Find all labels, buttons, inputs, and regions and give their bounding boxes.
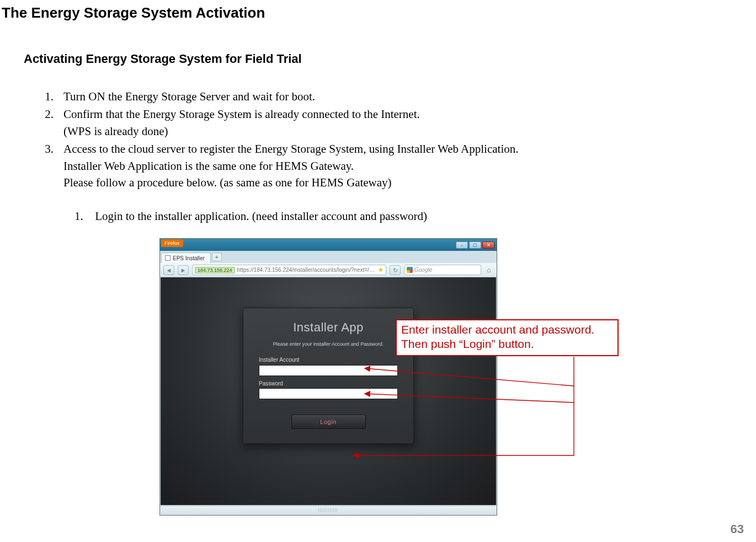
search-box[interactable]: Google (404, 265, 481, 275)
status-grip-icon (318, 508, 338, 512)
browser-tab[interactable]: EPS Installer (161, 253, 211, 263)
address-toolbar: ◄ ► 184.73.156.224 https://184.73.156.22… (160, 263, 497, 277)
new-tab-button[interactable]: + (212, 253, 222, 261)
account-input[interactable] (259, 365, 398, 376)
instruction-text: Access to the cloud server to register t… (63, 141, 702, 191)
instruction-item: 2. Confirm that the Energy Storage Syste… (40, 106, 702, 139)
browser-screenshot: Firefox – ▢ ✕ EPS Installer + ◄ ► 184.73… (159, 238, 497, 516)
login-button[interactable]: Login (291, 415, 366, 429)
sub-instruction-number: 1. (74, 210, 92, 223)
account-label: Installer Account (259, 357, 398, 363)
sub-instruction-text: Login to the installer application. (nee… (95, 210, 427, 223)
page-content: Installer App Please enter your installe… (161, 277, 496, 505)
tab-strip: EPS Installer + (160, 251, 497, 263)
callout-line: Enter installer account and password. (401, 323, 613, 337)
login-title: Installer App (259, 320, 398, 335)
status-bar (161, 506, 496, 514)
instruction-number: 3. (40, 141, 63, 191)
instruction-number: 1. (40, 88, 63, 105)
google-icon (407, 267, 413, 273)
home-button[interactable]: ⌂ (485, 266, 493, 275)
instruction-text: Confirm that the Energy Storage System i… (63, 106, 702, 139)
instruction-number: 2. (40, 106, 63, 139)
page-number: 63 (731, 522, 744, 536)
tab-title: EPS Installer (173, 255, 205, 261)
section-subtitle: Activating Energy Storage System for Fie… (24, 52, 302, 66)
callout-box: Enter installer account and password. Th… (396, 319, 619, 356)
back-button[interactable]: ◄ (163, 265, 174, 275)
password-label: Password (259, 380, 398, 387)
firefox-menu-button[interactable]: Firefox (161, 239, 183, 247)
window-titlebar: Firefox – ▢ ✕ (160, 239, 497, 251)
callout-line: Then push “Login” button. (401, 337, 613, 351)
instruction-list: 1. Turn ON the Energy Storage Server and… (40, 88, 702, 192)
window-buttons: – ▢ ✕ (456, 242, 494, 249)
close-button[interactable]: ✕ (482, 242, 494, 249)
reload-button[interactable]: ↻ (390, 265, 401, 275)
minimize-button[interactable]: – (456, 242, 468, 249)
password-input[interactable] (259, 388, 398, 399)
url-bar[interactable]: 184.73.156.224 https://184.73.156.224/in… (192, 265, 386, 275)
page-title: The Energy Storage System Activation (2, 4, 265, 22)
page-icon (165, 255, 171, 261)
maximize-button[interactable]: ▢ (469, 242, 481, 249)
instruction-item: 3. Access to the cloud server to registe… (40, 141, 702, 191)
instruction-text: Turn ON the Energy Storage Server and wa… (63, 88, 702, 105)
url-text: https://184.73.156.224/installer/account… (237, 267, 376, 273)
search-placeholder: Google (414, 267, 432, 273)
login-message: Please enter your installer Account and … (259, 341, 398, 347)
sub-instruction: 1. Login to the installer application. (… (74, 210, 427, 223)
instruction-item: 1. Turn ON the Energy Storage Server and… (40, 88, 702, 105)
forward-button[interactable]: ► (178, 265, 189, 275)
login-panel: Installer App Please enter your installe… (243, 308, 414, 444)
url-host-chip: 184.73.156.224 (195, 267, 235, 273)
bookmark-star-icon[interactable]: ★ (378, 266, 384, 273)
